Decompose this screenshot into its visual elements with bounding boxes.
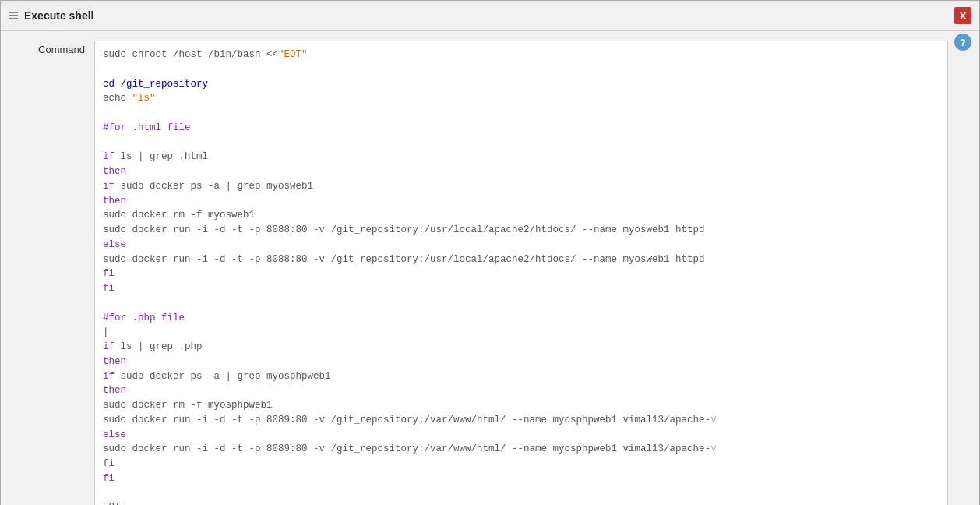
content-area: Command sudo chroot /host /bin/bash <<"E…	[1, 31, 979, 505]
title-bar: Execute shell X	[1, 1, 979, 31]
drag-handle[interactable]	[9, 12, 18, 19]
close-button[interactable]: X	[954, 7, 971, 24]
command-label: Command	[9, 41, 94, 505]
help-icon[interactable]: ?	[954, 34, 971, 51]
window-title: Execute shell	[24, 9, 94, 22]
title-bar-left: Execute shell	[9, 9, 94, 22]
execute-shell-window: Execute shell X ? Command sudo chroot /h…	[0, 0, 980, 505]
command-input[interactable]: sudo chroot /host /bin/bash <<"EOT" cd /…	[94, 41, 948, 505]
